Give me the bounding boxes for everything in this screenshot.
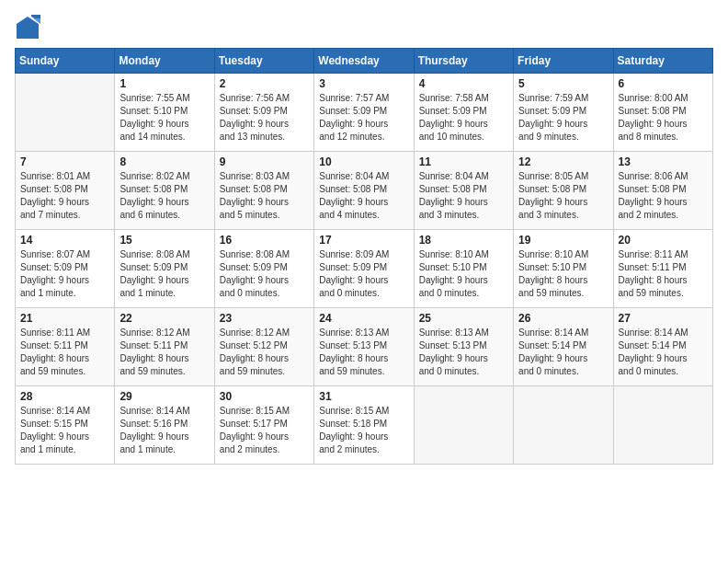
day-number: 25 [419, 312, 508, 325]
day-info: Sunrise: 8:13 AM Sunset: 5:13 PM Dayligh… [419, 327, 508, 378]
day-info: Sunrise: 8:14 AM Sunset: 5:15 PM Dayligh… [20, 405, 109, 456]
weekday-header: Monday [115, 49, 214, 74]
calendar-cell: 29Sunrise: 8:14 AM Sunset: 5:16 PM Dayli… [115, 386, 214, 465]
calendar-cell: 9Sunrise: 8:03 AM Sunset: 5:08 PM Daylig… [214, 152, 313, 230]
weekday-header: Wednesday [314, 49, 414, 74]
day-info: Sunrise: 8:04 AM Sunset: 5:08 PM Dayligh… [419, 170, 508, 222]
day-info: Sunrise: 8:15 AM Sunset: 5:17 PM Dayligh… [220, 405, 309, 456]
day-number: 31 [319, 390, 408, 403]
day-info: Sunrise: 7:58 AM Sunset: 5:09 PM Dayligh… [419, 92, 508, 144]
day-number: 26 [518, 312, 608, 325]
day-number: 2 [220, 77, 309, 90]
day-info: Sunrise: 8:07 AM Sunset: 5:09 PM Dayligh… [20, 248, 109, 300]
calendar-cell: 27Sunrise: 8:14 AM Sunset: 5:14 PM Dayli… [613, 308, 712, 386]
day-number: 5 [518, 77, 608, 90]
calendar-cell: 25Sunrise: 8:13 AM Sunset: 5:13 PM Dayli… [414, 308, 513, 386]
day-number: 3 [319, 77, 408, 90]
day-number: 12 [518, 155, 608, 168]
calendar-cell: 23Sunrise: 8:12 AM Sunset: 5:12 PM Dayli… [214, 308, 313, 386]
page-header [15, 15, 713, 40]
calendar-cell: 13Sunrise: 8:06 AM Sunset: 5:08 PM Dayli… [613, 152, 712, 230]
day-number: 20 [619, 234, 708, 247]
day-info: Sunrise: 8:13 AM Sunset: 5:13 PM Dayligh… [319, 327, 408, 378]
calendar-cell [16, 74, 115, 152]
day-info: Sunrise: 8:05 AM Sunset: 5:08 PM Dayligh… [518, 170, 608, 222]
calendar-cell: 4Sunrise: 7:58 AM Sunset: 5:09 PM Daylig… [414, 74, 513, 152]
day-info: Sunrise: 8:09 AM Sunset: 5:09 PM Dayligh… [319, 248, 408, 300]
day-number: 6 [619, 77, 708, 90]
day-info: Sunrise: 8:08 AM Sunset: 5:09 PM Dayligh… [220, 248, 309, 300]
calendar-cell: 12Sunrise: 8:05 AM Sunset: 5:08 PM Dayli… [514, 152, 613, 230]
day-number: 30 [220, 390, 309, 403]
day-info: Sunrise: 7:57 AM Sunset: 5:09 PM Dayligh… [319, 92, 408, 144]
calendar-cell: 3Sunrise: 7:57 AM Sunset: 5:09 PM Daylig… [314, 74, 414, 152]
day-number: 18 [419, 234, 508, 247]
calendar-cell: 17Sunrise: 8:09 AM Sunset: 5:09 PM Dayli… [314, 230, 414, 308]
calendar-week-row: 21Sunrise: 8:11 AM Sunset: 5:11 PM Dayli… [16, 308, 713, 386]
calendar-cell: 15Sunrise: 8:08 AM Sunset: 5:09 PM Dayli… [115, 230, 214, 308]
day-number: 15 [119, 234, 209, 247]
day-info: Sunrise: 8:08 AM Sunset: 5:09 PM Dayligh… [119, 248, 209, 300]
day-number: 19 [518, 234, 608, 247]
calendar-cell: 6Sunrise: 8:00 AM Sunset: 5:08 PM Daylig… [613, 74, 712, 152]
day-info: Sunrise: 8:12 AM Sunset: 5:11 PM Dayligh… [119, 327, 209, 378]
day-number: 13 [619, 155, 708, 168]
calendar-cell: 10Sunrise: 8:04 AM Sunset: 5:08 PM Dayli… [314, 152, 414, 230]
weekday-header-row: SundayMondayTuesdayWednesdayThursdayFrid… [16, 49, 713, 74]
day-number: 17 [319, 234, 408, 247]
calendar-cell: 5Sunrise: 7:59 AM Sunset: 5:09 PM Daylig… [514, 74, 613, 152]
calendar-cell: 18Sunrise: 8:10 AM Sunset: 5:10 PM Dayli… [414, 230, 513, 308]
day-number: 1 [119, 77, 209, 90]
day-number: 9 [220, 155, 309, 168]
day-number: 22 [119, 312, 209, 325]
day-number: 29 [119, 390, 209, 403]
weekday-header: Tuesday [214, 49, 313, 74]
day-info: Sunrise: 8:04 AM Sunset: 5:08 PM Dayligh… [319, 170, 408, 222]
day-info: Sunrise: 8:00 AM Sunset: 5:08 PM Dayligh… [619, 92, 708, 144]
calendar-week-row: 28Sunrise: 8:14 AM Sunset: 5:15 PM Dayli… [16, 386, 713, 465]
day-number: 11 [419, 155, 508, 168]
calendar-cell: 24Sunrise: 8:13 AM Sunset: 5:13 PM Dayli… [314, 308, 414, 386]
calendar-cell: 1Sunrise: 7:55 AM Sunset: 5:10 PM Daylig… [115, 74, 214, 152]
day-info: Sunrise: 7:59 AM Sunset: 5:09 PM Dayligh… [518, 92, 608, 144]
day-number: 27 [619, 312, 708, 325]
day-info: Sunrise: 8:14 AM Sunset: 5:14 PM Dayligh… [619, 327, 708, 378]
day-info: Sunrise: 8:10 AM Sunset: 5:10 PM Dayligh… [419, 248, 508, 300]
calendar-cell [414, 386, 513, 465]
calendar-week-row: 1Sunrise: 7:55 AM Sunset: 5:10 PM Daylig… [16, 74, 713, 152]
day-number: 23 [220, 312, 309, 325]
day-number: 4 [419, 77, 508, 90]
day-info: Sunrise: 8:03 AM Sunset: 5:08 PM Dayligh… [220, 170, 309, 222]
calendar-cell: 28Sunrise: 8:14 AM Sunset: 5:15 PM Dayli… [16, 386, 115, 465]
day-number: 28 [20, 390, 109, 403]
day-number: 10 [319, 155, 408, 168]
calendar-cell: 20Sunrise: 8:11 AM Sunset: 5:11 PM Dayli… [613, 230, 712, 308]
day-info: Sunrise: 8:15 AM Sunset: 5:18 PM Dayligh… [319, 405, 408, 456]
day-info: Sunrise: 7:56 AM Sunset: 5:09 PM Dayligh… [220, 92, 309, 144]
calendar-cell: 19Sunrise: 8:10 AM Sunset: 5:10 PM Dayli… [514, 230, 613, 308]
day-info: Sunrise: 8:01 AM Sunset: 5:08 PM Dayligh… [20, 170, 109, 222]
day-info: Sunrise: 8:14 AM Sunset: 5:16 PM Dayligh… [119, 405, 209, 456]
calendar-cell: 16Sunrise: 8:08 AM Sunset: 5:09 PM Dayli… [214, 230, 313, 308]
calendar-cell [613, 386, 712, 465]
day-info: Sunrise: 8:11 AM Sunset: 5:11 PM Dayligh… [20, 327, 109, 378]
day-number: 14 [20, 234, 109, 247]
calendar-week-row: 7Sunrise: 8:01 AM Sunset: 5:08 PM Daylig… [16, 152, 713, 230]
calendar-cell: 30Sunrise: 8:15 AM Sunset: 5:17 PM Dayli… [214, 386, 313, 465]
calendar-cell: 26Sunrise: 8:14 AM Sunset: 5:14 PM Dayli… [514, 308, 613, 386]
day-info: Sunrise: 8:12 AM Sunset: 5:12 PM Dayligh… [220, 327, 309, 378]
weekday-header: Thursday [414, 49, 513, 74]
calendar-cell: 22Sunrise: 8:12 AM Sunset: 5:11 PM Dayli… [115, 308, 214, 386]
weekday-header: Saturday [613, 49, 712, 74]
day-number: 7 [20, 155, 109, 168]
day-info: Sunrise: 8:10 AM Sunset: 5:10 PM Dayligh… [518, 248, 608, 300]
calendar-cell: 2Sunrise: 7:56 AM Sunset: 5:09 PM Daylig… [214, 74, 313, 152]
day-info: Sunrise: 7:55 AM Sunset: 5:10 PM Dayligh… [119, 92, 209, 144]
calendar-cell: 14Sunrise: 8:07 AM Sunset: 5:09 PM Dayli… [16, 230, 115, 308]
calendar-cell [514, 386, 613, 465]
weekday-header: Friday [514, 49, 613, 74]
day-number: 16 [220, 234, 309, 247]
day-info: Sunrise: 8:11 AM Sunset: 5:11 PM Dayligh… [619, 248, 708, 300]
calendar-cell: 31Sunrise: 8:15 AM Sunset: 5:18 PM Dayli… [314, 386, 414, 465]
calendar-week-row: 14Sunrise: 8:07 AM Sunset: 5:09 PM Dayli… [16, 230, 713, 308]
